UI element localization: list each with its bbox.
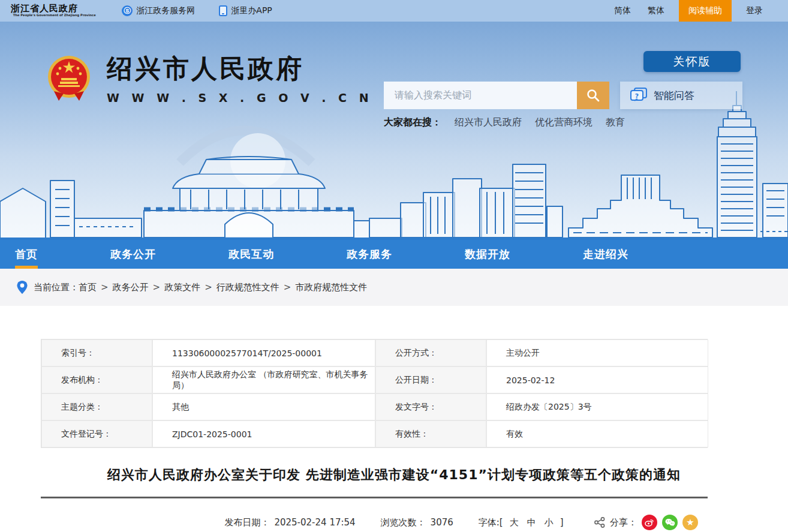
breadcrumb-policy-docs[interactable]: 政策文件 bbox=[164, 282, 200, 293]
info-label-doc-number: 发文字号： bbox=[375, 393, 486, 420]
national-emblem-logo bbox=[47, 54, 91, 102]
breadcrumb-admin-normative-docs[interactable]: 行政规范性文件 bbox=[216, 282, 279, 293]
breadcrumb-gov-info[interactable]: 政务公开 bbox=[113, 282, 149, 293]
nav-item-open-data[interactable]: 数据开放 bbox=[465, 240, 510, 269]
site-url: W W W . S X . G O V . C N bbox=[107, 91, 373, 104]
info-label-publish-date: 公开日期： bbox=[375, 366, 486, 393]
breadcrumb-separator: > bbox=[204, 282, 212, 293]
font-size-label-end: ] bbox=[560, 517, 564, 528]
qzone-share-icon[interactable]: ★ bbox=[682, 515, 698, 530]
smart-qa-button[interactable]: ? 智能问答 bbox=[620, 82, 742, 109]
breadcrumb: 当前位置： 首页 > 政务公开 > 政策文件 > 行政规范性文件 > 市政府规范… bbox=[0, 269, 788, 306]
publish-date-label: 发布日期： bbox=[224, 517, 269, 528]
info-label-validity: 有效性： bbox=[375, 420, 486, 447]
hot-search-link-1[interactable]: 绍兴市人民政府 bbox=[455, 116, 522, 129]
location-pin-icon bbox=[17, 281, 28, 294]
breadcrumb-separator: > bbox=[284, 282, 291, 293]
publish-date-value: 2025-02-24 17:54 bbox=[274, 517, 355, 528]
views-value: 3076 bbox=[431, 517, 453, 528]
info-label-registration-no: 文件登记号： bbox=[41, 420, 152, 447]
zhejiang-gov-name-en: The People's Government of Zhejiang Prov… bbox=[13, 14, 96, 17]
font-size-large-button[interactable]: 大 bbox=[510, 517, 519, 528]
info-value-validity: 有效 bbox=[486, 420, 708, 447]
zhejiang-service-site-link[interactable]: ⓢ 浙江政务服务网 bbox=[122, 5, 195, 16]
site-brand[interactable]: 绍兴市人民政府 W W W . S X . G O V . C N bbox=[47, 52, 373, 104]
search-input[interactable] bbox=[384, 82, 577, 109]
page: 浙江省人民政府 The People's Government of Zheji… bbox=[0, 0, 788, 532]
nav-item-about-shaoxing[interactable]: 走进绍兴 bbox=[583, 240, 628, 269]
info-label-disclosure-method: 公开方式： bbox=[375, 339, 486, 366]
site-header: 绍兴市人民政府 W W W . S X . G O V . C N 关怀版 ? … bbox=[0, 22, 788, 240]
search-bar bbox=[384, 82, 609, 109]
article-meta-row: 发布日期： 2025-02-24 17:54 浏览次数： 3076 字体:[ 大… bbox=[0, 513, 788, 532]
zheliban-app-label: 浙里办APP bbox=[231, 5, 272, 16]
care-version-button[interactable]: 关怀版 bbox=[643, 51, 741, 72]
reading-aid-button[interactable]: 阅读辅助 bbox=[679, 0, 732, 22]
phone-icon bbox=[219, 5, 227, 16]
site-title: 绍兴市人民政府 bbox=[107, 52, 373, 86]
hot-search-label: 大家都在搜： bbox=[384, 116, 441, 129]
breadcrumb-separator: > bbox=[101, 282, 109, 293]
share-icon bbox=[594, 517, 605, 528]
nav-item-gov-info[interactable]: 政务公开 bbox=[110, 240, 156, 269]
font-size-label: 字体:[ bbox=[479, 517, 503, 528]
font-size-medium-button[interactable]: 中 bbox=[527, 517, 536, 528]
info-value-registration-no: ZJDC01-2025-0001 bbox=[152, 420, 375, 447]
zhejiang-service-icon: ⓢ bbox=[122, 5, 133, 16]
info-value-issuing-agency: 绍兴市人民政府办公室 （市政府研究室、市机关事务局） bbox=[152, 366, 375, 393]
zhejiang-service-label: 浙江政务服务网 bbox=[136, 5, 195, 16]
zhejiang-gov-logo[interactable]: 浙江省人民政府 The People's Government of Zheji… bbox=[11, 4, 98, 17]
breadcrumb-separator: > bbox=[153, 282, 161, 293]
hot-search-row: 大家都在搜： 绍兴市人民政府 优化营商环境 教育 bbox=[384, 116, 625, 129]
info-value-doc-number: 绍政办发〔2025〕3号 bbox=[486, 393, 708, 420]
article-content: 索引号： 11330600002577014T/2025-00001 公开方式：… bbox=[0, 339, 788, 532]
document-title: 绍兴市人民政府办公室关于印发 先进制造业强市建设“4151”计划专项政策等五个政… bbox=[41, 466, 747, 484]
info-label-issuing-agency: 发布机构： bbox=[41, 366, 152, 393]
info-value-disclosure-method: 主动公开 bbox=[486, 339, 708, 366]
main-nav: 首页 政务公开 政民互动 政务服务 数据开放 走进绍兴 bbox=[0, 240, 788, 269]
traditional-chinese-button[interactable]: 繁体 bbox=[639, 0, 673, 22]
wechat-share-icon[interactable] bbox=[662, 515, 678, 530]
search-button[interactable] bbox=[577, 82, 609, 109]
weibo-share-icon[interactable] bbox=[642, 515, 657, 530]
title-divider bbox=[41, 497, 708, 498]
login-button[interactable]: 登录 bbox=[738, 0, 771, 22]
nav-item-home[interactable]: 首页 bbox=[15, 240, 38, 269]
top-utility-bar: 浙江省人民政府 The People's Government of Zheji… bbox=[0, 0, 788, 22]
document-info-table: 索引号： 11330600002577014T/2025-00001 公开方式：… bbox=[41, 339, 708, 448]
topbar-right: 简体 繁体 阅读辅助 登录 bbox=[606, 0, 788, 22]
info-value-publish-date: 2025-02-12 bbox=[486, 366, 708, 393]
share-label: 分享： bbox=[610, 517, 637, 528]
search-icon bbox=[586, 88, 600, 103]
font-size-small-button[interactable]: 小 bbox=[545, 517, 554, 528]
info-label-index-no: 索引号： bbox=[41, 339, 152, 366]
city-skyline-illustration bbox=[0, 88, 788, 238]
smart-qa-label: 智能问答 bbox=[654, 89, 694, 103]
breadcrumb-home[interactable]: 首页 bbox=[79, 282, 97, 293]
zhejiang-gov-name: 浙江省人民政府 bbox=[11, 4, 98, 14]
info-value-index-no: 11330600002577014T/2025-00001 bbox=[152, 339, 375, 366]
simplified-chinese-button[interactable]: 简体 bbox=[606, 0, 639, 22]
info-value-topic-category: 其他 bbox=[152, 393, 375, 420]
svg-text:?: ? bbox=[635, 92, 639, 100]
breadcrumb-label: 当前位置： bbox=[34, 282, 79, 293]
info-label-topic-category: 主题分类： bbox=[41, 393, 152, 420]
hot-search-link-3[interactable]: 教育 bbox=[606, 116, 625, 129]
views-label: 浏览次数： bbox=[381, 517, 426, 528]
hot-search-link-2[interactable]: 优化营商环境 bbox=[535, 116, 592, 129]
brand-text: 绍兴市人民政府 W W W . S X . G O V . C N bbox=[107, 52, 373, 104]
smart-qa-chat-icon: ? bbox=[630, 87, 648, 104]
breadcrumb-city-gov-normative-docs[interactable]: 市政府规范性文件 bbox=[295, 282, 367, 293]
nav-item-interaction[interactable]: 政民互动 bbox=[228, 240, 274, 269]
nav-item-services[interactable]: 政务服务 bbox=[347, 240, 392, 269]
share-box: 分享： bbox=[594, 513, 698, 532]
zheliban-app-link[interactable]: 浙里办APP bbox=[219, 5, 272, 16]
